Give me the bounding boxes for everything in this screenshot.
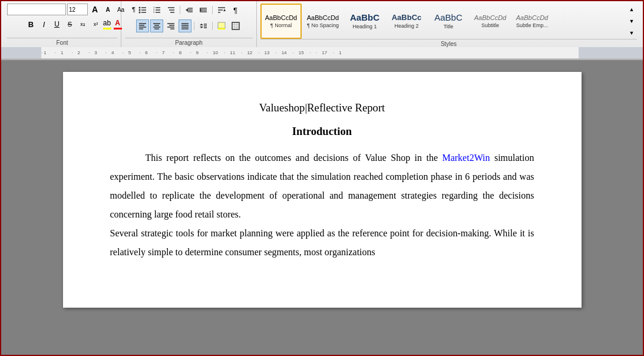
svg-point-3 xyxy=(138,7,140,9)
svg-marker-44 xyxy=(200,27,203,28)
svg-rect-48 xyxy=(218,22,225,28)
numbered-list-button[interactable]: 1.2.3. xyxy=(150,4,163,17)
ruler: · 1 · 1 · 2 · 3 · 4 · 5 · 6 · 7 · xyxy=(1,47,643,59)
shading-button[interactable] xyxy=(215,19,228,32)
bold-button[interactable]: B xyxy=(25,18,37,30)
paragraph-group-label: Paragraph xyxy=(125,38,253,46)
show-hide-button[interactable]: ¶ xyxy=(229,4,242,17)
font-color-button[interactable]: A xyxy=(114,19,122,29)
svg-rect-50 xyxy=(232,22,239,29)
svg-marker-43 xyxy=(200,24,203,25)
body-paragraph-2: Several strategic tools for market plann… xyxy=(110,224,534,262)
style-heading1[interactable]: AaBbC Heading 1 xyxy=(344,4,385,39)
decrease-indent-button[interactable] xyxy=(183,4,196,17)
font-group: 12 A A Aa ¶ B I U S x₂ x² xyxy=(4,1,121,47)
subscript-button[interactable]: x₂ xyxy=(77,18,89,30)
ribbon-toolbar: 12 A A Aa ¶ B I U S x₂ x² xyxy=(1,1,643,47)
underline-button[interactable]: U xyxy=(51,18,63,30)
svg-point-5 xyxy=(138,12,140,14)
svg-rect-49 xyxy=(218,28,225,29)
document-area[interactable]: Valueshop|Reflective Report Introduction… xyxy=(1,60,643,355)
svg-marker-26 xyxy=(223,9,226,11)
style-title[interactable]: AaBbC Title xyxy=(428,4,469,39)
svg-marker-15 xyxy=(186,8,188,12)
document-heading: Introduction xyxy=(110,125,534,138)
font-size-box[interactable]: 12 xyxy=(67,4,88,15)
font-grow-button[interactable]: A xyxy=(89,4,101,15)
svg-text:3.: 3. xyxy=(153,11,155,14)
align-center-button[interactable] xyxy=(150,19,163,32)
styles-scroll-up-button[interactable]: ▲ xyxy=(626,4,637,15)
document-page[interactable]: Valueshop|Reflective Report Introduction… xyxy=(63,72,582,308)
line-spacing-button[interactable] xyxy=(197,19,210,32)
font-name-box[interactable] xyxy=(7,4,66,15)
increase-indent-button[interactable] xyxy=(197,4,210,17)
font-shrink-button[interactable]: A xyxy=(102,4,114,15)
bullet-list-button[interactable] xyxy=(136,4,149,17)
styles-more-button[interactable]: ▼ xyxy=(626,28,637,38)
style-heading2[interactable]: AaBbCc Heading 2 xyxy=(386,4,427,39)
sort-button[interactable] xyxy=(215,4,228,17)
styles-group-label: Styles xyxy=(260,39,637,47)
styles-list: AaBbCcDd ¶ Normal AaBbCcDd ¶ No Spacing … xyxy=(260,4,623,39)
document-body[interactable]: This report reflects on the outcomes and… xyxy=(110,149,534,262)
italic-button[interactable]: I xyxy=(38,18,50,30)
justify-button[interactable] xyxy=(179,19,191,32)
styles-scroll-down-button[interactable]: ▼ xyxy=(626,16,637,27)
app-window: 12 A A Aa ¶ B I U S x₂ x² xyxy=(0,0,644,356)
style-no-spacing[interactable]: AaBbCcDd ¶ No Spacing xyxy=(302,4,344,39)
multilevel-list-button[interactable] xyxy=(164,4,177,17)
strikethrough-button[interactable]: S xyxy=(64,18,76,30)
style-subtle-emphasis[interactable]: AaBbCcDd Subtle Emp... xyxy=(511,4,553,39)
highlight-button[interactable]: ab xyxy=(103,19,111,29)
borders-button[interactable] xyxy=(229,19,242,32)
styles-group: AaBbCcDd ¶ Normal AaBbCcDd ¶ No Spacing … xyxy=(257,1,640,47)
document-title: Valueshop|Reflective Report xyxy=(110,101,534,114)
ribbon: 12 A A Aa ¶ B I U S x₂ x² xyxy=(1,1,643,60)
svg-point-4 xyxy=(138,9,140,11)
align-left-button[interactable] xyxy=(136,19,149,32)
align-right-button[interactable] xyxy=(164,19,177,32)
paragraph-group: 1.2.3. xyxy=(121,1,257,47)
style-normal[interactable]: AaBbCcDd ¶ Normal xyxy=(260,4,302,39)
body-paragraph-1: This report reflects on the outcomes and… xyxy=(110,149,534,224)
font-group-label: Font xyxy=(7,38,117,46)
superscript-button[interactable]: x² xyxy=(90,18,102,30)
style-subtitle[interactable]: AaBbCcDd Subtitle xyxy=(470,4,511,39)
